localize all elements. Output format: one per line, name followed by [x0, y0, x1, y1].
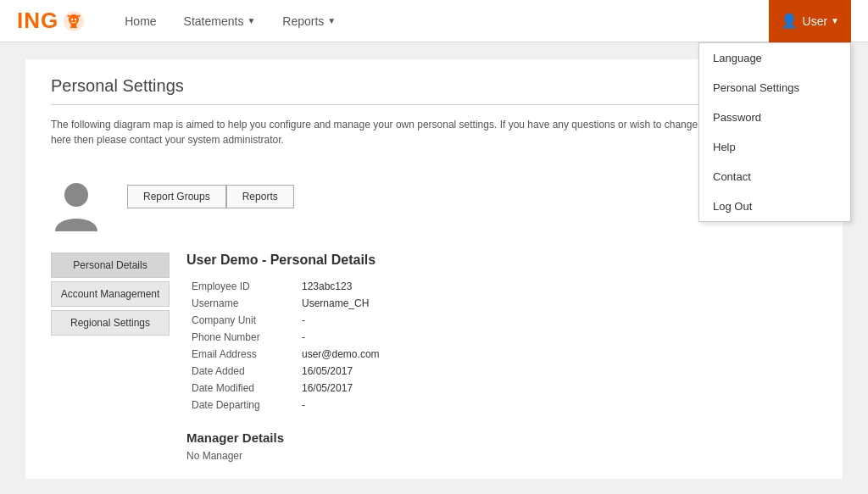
table-row: Email Address user@demo.com	[186, 346, 817, 363]
user-dropdown-menu: Language Personal Settings Password Help…	[698, 42, 851, 222]
field-value: -	[297, 329, 817, 346]
field-label: Phone Number	[186, 329, 297, 346]
field-label: Date Departing	[186, 397, 297, 414]
ing-logo-text: ING	[17, 8, 58, 34]
report-groups-button[interactable]: Report Groups	[127, 185, 226, 208]
reports-chevron-icon: ▼	[327, 16, 336, 25]
dropdown-item-contact[interactable]: Contact	[699, 162, 850, 191]
field-value: -	[297, 312, 817, 329]
table-row: Date Departing -	[186, 397, 817, 414]
svg-point-3	[64, 183, 88, 207]
dropdown-item-logout[interactable]: Log Out	[699, 191, 850, 221]
field-value: 16/05/2017	[297, 380, 817, 397]
field-label: Date Modified	[186, 380, 297, 397]
svg-point-1	[71, 18, 73, 19]
field-value: -	[297, 397, 817, 414]
field-value: 123abc123	[297, 278, 817, 295]
navbar: ING Home Statements ▼ Reports ▼ 👤 User ▼…	[0, 0, 868, 42]
nav-home[interactable]: Home	[111, 0, 170, 42]
table-row: Date Modified 16/05/2017	[186, 380, 817, 397]
sidebar-item-personal-details[interactable]: Personal Details	[51, 253, 170, 278]
dropdown-item-personal-settings[interactable]: Personal Settings	[699, 73, 850, 103]
sidebar-nav: Personal Details Account Management Regi…	[51, 253, 170, 462]
dropdown-item-password[interactable]: Password	[699, 103, 850, 132]
avatar-container	[51, 176, 102, 236]
manager-text: No Manager	[186, 450, 817, 462]
svg-point-2	[75, 18, 76, 19]
user-chevron-icon: ▼	[831, 16, 839, 25]
navbar-links: Home Statements ▼ Reports ▼	[111, 0, 768, 42]
dropdown-item-help[interactable]: Help	[699, 132, 850, 162]
field-label: Company Unit	[186, 312, 297, 329]
field-value: Username_CH	[297, 295, 817, 312]
dropdown-item-language[interactable]: Language	[699, 43, 850, 73]
logo: ING	[17, 8, 86, 34]
sidebar-item-regional-settings[interactable]: Regional Settings	[51, 310, 170, 336]
user-label: User	[803, 14, 828, 28]
personal-details-table: Employee ID 123abc123 Username Username_…	[186, 278, 817, 414]
table-row: Phone Number -	[186, 329, 817, 346]
nav-statements[interactable]: Statements ▼	[170, 0, 270, 42]
detail-content: User Demo - Personal Details Employee ID…	[186, 253, 817, 462]
avatar-icon	[51, 176, 102, 236]
field-label: Email Address	[186, 346, 297, 363]
field-label: Date Added	[186, 363, 297, 380]
manager-title: Manager Details	[186, 430, 817, 445]
sidebar-item-account-management[interactable]: Account Management	[51, 281, 170, 307]
table-row: Username Username_CH	[186, 295, 817, 312]
field-label: Employee ID	[186, 278, 297, 295]
user-icon: 👤	[781, 13, 798, 29]
field-value: 16/05/2017	[297, 363, 817, 380]
detail-title: User Demo - Personal Details	[186, 253, 817, 268]
reports-button[interactable]: Reports	[226, 185, 294, 208]
user-menu-button[interactable]: 👤 User ▼ Language Personal Settings Pass…	[769, 0, 851, 42]
field-label: Username	[186, 295, 297, 312]
table-row: Company Unit -	[186, 312, 817, 329]
diagram-buttons: Report Groups Reports	[127, 185, 294, 208]
field-value: user@demo.com	[297, 346, 817, 363]
table-row: Date Added 16/05/2017	[186, 363, 817, 380]
ing-lion-icon	[62, 9, 86, 33]
nav-reports[interactable]: Reports ▼	[269, 0, 349, 42]
table-row: Employee ID 123abc123	[186, 278, 817, 295]
detail-area: Personal Details Account Management Regi…	[51, 253, 817, 462]
statements-chevron-icon: ▼	[247, 16, 255, 25]
